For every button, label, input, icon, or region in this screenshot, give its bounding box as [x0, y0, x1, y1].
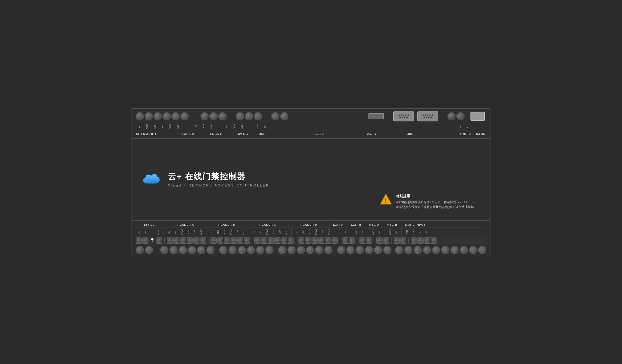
pin-ra-gnd: GND: [172, 228, 178, 236]
label-more-input: MORE INPUT: [405, 223, 425, 226]
bottom-mounting-screw: [169, 246, 178, 254]
bottom-mounting-screw: [356, 246, 364, 254]
pin-rb-d0: DATA 0: [221, 228, 227, 236]
bottom-mounting-screw: [450, 246, 459, 254]
bottom-mounting-screw: [247, 246, 255, 254]
mounting-screw: [245, 112, 253, 120]
label-reader-a: READER A: [177, 223, 194, 226]
bottom-mounting-screw: [219, 246, 227, 254]
mounting-screw: [172, 112, 180, 120]
bottom-mounting-screw: [395, 246, 403, 254]
pin-ra-12v+: 12V+: [166, 228, 172, 236]
usb-port: [368, 113, 384, 119]
mounting-screw: [218, 112, 227, 120]
pin-label-com2: COM: [167, 123, 174, 131]
bottom-terminal-screw: [230, 237, 237, 244]
pin-alarm: ALARM: [410, 228, 416, 236]
bottom-terminal-screw: [217, 237, 223, 244]
label-232b: 232 B: [346, 132, 397, 136]
bottom-mounting-screw: [469, 246, 477, 254]
pin-label-b-: B-: [457, 123, 464, 131]
label-reader-d: READER D: [300, 223, 317, 226]
bottom-mounting-screw: [414, 246, 422, 254]
bottom-mounting-screw: [287, 246, 296, 254]
bottom-mounting-screw: [197, 246, 205, 254]
pin-label-no4: NO: [238, 123, 246, 131]
brand-area: 云+ 在线门禁控制器 Cloud + NETWORK ACCESS CONTRO…: [142, 171, 269, 187]
brand-title: 云+ 在线门禁控制器: [168, 171, 269, 182]
device-enclosure: NC COM NO NC COM NO NC COM NO NC COM NO: [132, 108, 490, 256]
pin-label-gnd: GND: [254, 123, 261, 131]
bottom-terminal-screw: [237, 237, 243, 244]
pin-rc-gnd: GND: [257, 228, 264, 236]
bottom-section: 12V DC READER A READER B READER C READER…: [132, 221, 490, 256]
mounting-screw: [136, 112, 144, 120]
pin-more-gnd: GND: [423, 228, 429, 236]
pin-rb-led: LED: [234, 228, 240, 236]
bottom-terminal-screw: [224, 237, 230, 244]
bottom-terminal-screw: [288, 237, 294, 244]
bottom-terminal-screw: [376, 237, 383, 244]
bottom-terminal-screw: [281, 237, 287, 244]
pin-ra-led: LED: [192, 228, 198, 236]
pin-exit-a: EXIT A: [336, 228, 342, 236]
brand-text-area: 云+ 在线门禁控制器 Cloud + NETWORK ACCESS CONTRO…: [168, 171, 269, 187]
reset-label: ●: [152, 241, 153, 243]
bottom-mounting-screw: [228, 246, 237, 254]
rs485-screw-b: [447, 112, 456, 120]
mounting-screw: [209, 112, 218, 120]
pin-ra-buzz: BUZZ: [198, 228, 204, 236]
pin-rc-buzz: BUZZ: [283, 228, 289, 236]
bottom-mounting-screw: [460, 246, 468, 254]
bottom-mounting-screw: [374, 246, 382, 254]
brand-subtitle: Cloud + NETWORK ACCESS CONTROLLER: [168, 183, 269, 187]
bottom-terminal-screw: [142, 237, 148, 244]
pin-label-com1: COM: [144, 123, 151, 131]
label-232a: 232 A: [295, 132, 346, 136]
bottom-mounting-screw: [441, 246, 449, 254]
mounting-screw: [236, 112, 244, 120]
bottom-mounting-screw: [206, 246, 215, 254]
bottom-mounting-screw: [478, 246, 486, 254]
label-alarm-out: ALARM OUT: [136, 132, 182, 136]
pin-label-nc1: NC: [136, 123, 143, 131]
bottom-terminal-screw: [332, 237, 338, 244]
bottom-mounting-screw: [188, 246, 196, 254]
bottom-terminal-screw: [210, 237, 217, 244]
pin-label-nc4: NC: [223, 123, 230, 131]
bottom-mounting-screw: [383, 246, 392, 254]
label-rj45: RJ 45: [476, 132, 485, 136]
bottom-terminal-screw: [394, 237, 400, 244]
rs485-terminals: [447, 112, 465, 120]
bottom-terminal-screw: [325, 237, 331, 244]
bottom-terminal-screw: [156, 237, 162, 244]
pin-rd-buzz: BUZZ: [326, 228, 332, 236]
label-lock-b: LOCK B: [210, 132, 238, 136]
bottom-mounting-screw: [179, 246, 187, 254]
pin-x: X: [417, 228, 423, 236]
bottom-mounting-screw: [145, 246, 153, 254]
pin-exit-b: EXIT B: [353, 228, 359, 236]
rj45-port: [470, 112, 485, 121]
label-reader-c: READER C: [259, 223, 276, 226]
reset-button[interactable]: [151, 238, 154, 241]
bottom-terminal-screw: [383, 237, 389, 244]
mounting-screw: [271, 112, 279, 120]
pin-msg-b: MSG B: [387, 228, 393, 236]
bottom-mounting-screw: [324, 246, 333, 254]
bottom-terminal-screw: [193, 237, 199, 244]
pin-rd-d1: DATA 1: [313, 228, 319, 236]
pin-ra-d0: DATA 0: [179, 228, 185, 236]
bottom-terminal-screw: [261, 237, 267, 244]
label-exit-b: EXIT B: [351, 223, 362, 226]
pin-rb-gnd: GND: [215, 228, 221, 236]
bottom-terminal-screw: [180, 237, 186, 244]
label-tcpip: TCP/IP: [459, 132, 471, 136]
bottom-mounting-screw: [297, 246, 305, 254]
bottom-terminal-screw: [417, 237, 424, 244]
pin-msg-a-gnd: GND: [376, 228, 383, 236]
mounting-screw: [154, 112, 162, 120]
rs485-screw-a: [456, 112, 465, 120]
pin-label-5v: 5V: [262, 123, 269, 131]
bottom-mounting-screw: [423, 246, 431, 254]
